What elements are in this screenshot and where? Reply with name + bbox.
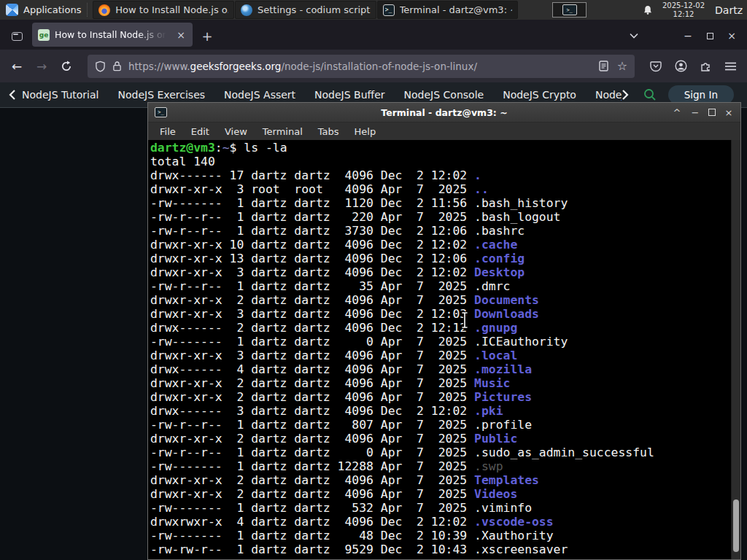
browser-tab-active[interactable]: ge How to Install Node.js on × <box>32 23 193 47</box>
nav-item-nodejs-console[interactable]: NodeJS Console <box>404 89 484 101</box>
terminal-line: drwxr-xr-x 2 dartz dartz 4096 Apr 7 2025… <box>150 487 729 501</box>
top-panel: Applications How to Install Node.js o...… <box>0 0 747 20</box>
firefox-icon <box>98 4 110 16</box>
panel-separator <box>87 3 90 17</box>
terminal-line: drwx------ 17 dartz dartz 4096 Dec 2 12:… <box>150 168 729 182</box>
terminal-line: drwxr-xr-x 13 dartz dartz 4096 Dec 2 12:… <box>150 252 729 265</box>
reader-mode-icon[interactable] <box>599 61 608 71</box>
terminal-line: drwxr-xr-x 3 dartz dartz 4096 Dec 2 12:0… <box>150 265 729 279</box>
nav-item-nodejs-crypto[interactable]: NodeJS Crypto <box>503 89 576 101</box>
terminal-line: drwx------ 4 dartz dartz 4096 Apr 7 2025… <box>150 362 729 376</box>
terminal-close-button[interactable]: × <box>724 108 734 117</box>
terminal-line: -rw-r--r-- 1 dartz dartz 3730 Dec 2 12:0… <box>150 224 729 238</box>
taskbar-item-vscodium[interactable]: Settings - codium script... <box>235 1 376 19</box>
bookmark-star-icon[interactable]: ☆ <box>617 61 627 72</box>
navigation-toolbar: ← → https://www.geeksforgeeks.org/node-j… <box>0 50 747 82</box>
terminal-line: -rw-r--r-- 1 dartz dartz 220 Apr 7 2025 … <box>150 210 729 224</box>
terminal-scrollbar[interactable] <box>731 140 740 559</box>
geeksforgeeks-favicon: ge <box>38 29 50 41</box>
terminal-line: -rw-r--r-- 1 dartz dartz 807 Apr 7 2025 … <box>150 418 729 432</box>
terminal-maximize-button[interactable] <box>708 109 716 116</box>
search-icon[interactable] <box>643 88 657 101</box>
terminal-line: -rw------- 1 dartz dartz 1120 Dec 2 11:5… <box>150 196 729 210</box>
terminal-titlebar[interactable]: >_ Terminal - dartz@vm3: ~ ^ − × <box>148 103 740 122</box>
lock-icon[interactable] <box>112 61 122 71</box>
applications-label: Applications <box>23 4 81 15</box>
terminal-output[interactable]: dartz@vm3:~$ ls -latotal 140drwx------ 1… <box>148 140 740 559</box>
terminal-line: drwxr-xr-x 3 dartz dartz 4096 Apr 7 2025… <box>150 349 729 362</box>
vscodium-icon <box>241 4 252 16</box>
user-menu[interactable]: Dartz <box>715 4 743 16</box>
pocket-icon[interactable] <box>645 55 667 77</box>
terminal-shade-button[interactable]: ^ <box>672 108 682 117</box>
terminal-line: -rw------- 1 dartz dartz 48 Dec 2 10:39 … <box>150 529 729 542</box>
taskbar-label: Terminal - dartz@vm3: ~ <box>400 4 513 15</box>
firefox-view-button[interactable] <box>6 26 28 46</box>
tracking-shield-icon[interactable] <box>95 61 106 72</box>
terminal-line: -rw------- 1 dartz dartz 12288 Apr 7 202… <box>150 459 729 473</box>
terminal-minimize-button[interactable]: − <box>690 108 700 117</box>
clock[interactable]: 2025-12-02 12:12 <box>661 1 706 19</box>
terminal-line: drwxr-xr-x 3 root root 4096 Apr 7 2025 .… <box>150 182 729 196</box>
url-domain: geeksforgeeks.org <box>190 61 282 72</box>
mouse-cursor-ibeam <box>460 311 470 330</box>
window-maximize-button[interactable] <box>699 26 721 45</box>
menu-tabs[interactable]: Tabs <box>311 125 346 139</box>
menu-edit[interactable]: Edit <box>185 125 216 139</box>
notification-bell-icon[interactable] <box>642 4 654 16</box>
nav-item-nodejs-exercises[interactable]: NodeJS Exercises <box>117 89 205 101</box>
window-close-button[interactable]: × <box>721 26 743 45</box>
menu-file[interactable]: File <box>153 125 182 139</box>
nav-item-nodejs-dns[interactable]: NodeJS DNS <box>595 89 622 101</box>
back-button[interactable]: ← <box>6 55 28 77</box>
account-icon[interactable] <box>670 55 692 77</box>
new-tab-button[interactable]: + <box>197 26 217 46</box>
nav-item-nodejs-tutorial[interactable]: NodeJS Tutorial <box>22 89 98 101</box>
terminal-line: drwxr-xr-x 2 dartz dartz 4096 Apr 7 2025… <box>150 390 729 404</box>
nav-scroll-left-icon[interactable] <box>9 89 16 101</box>
workspace-switcher[interactable]: >_ <box>552 2 587 18</box>
site-nav-items: NodeJS Tutorial NodeJS Exercises NodeJS … <box>22 89 622 101</box>
terminal-title: Terminal - dartz@vm3: ~ <box>148 107 740 118</box>
reload-button[interactable] <box>55 55 77 77</box>
menu-help[interactable]: Help <box>348 125 383 139</box>
maximize-icon <box>707 33 713 39</box>
clock-time: 12:12 <box>661 10 706 19</box>
nav-scroll-right-icon[interactable] <box>622 89 629 101</box>
terminal-line: -rw-r--r-- 1 dartz dartz 0 Apr 7 2025 .s… <box>150 446 729 459</box>
taskbar-item-terminal[interactable]: >_ Terminal - dartz@vm3: ~ <box>377 1 519 19</box>
nav-item-nodejs-assert[interactable]: NodeJS Assert <box>224 89 295 101</box>
terminal-scrollbar-thumb[interactable] <box>733 499 739 552</box>
terminal-window: >_ Terminal - dartz@vm3: ~ ^ − × File Ed… <box>147 102 741 560</box>
applications-menu[interactable]: Applications <box>0 0 87 20</box>
taskbar-label: How to Install Node.js o... <box>115 4 228 15</box>
terminal-line: drwxr-xr-x 10 dartz dartz 4096 Dec 2 12:… <box>150 238 729 252</box>
firefox-view-icon <box>12 32 23 41</box>
app-menu-hamburger-icon[interactable] <box>719 55 741 77</box>
terminal-line: drwxr-xr-x 3 dartz dartz 4096 Dec 2 12:0… <box>150 307 729 321</box>
taskbar-item-firefox[interactable]: How to Install Node.js o... <box>93 1 234 19</box>
nav-item-nodejs-buffer[interactable]: NodeJS Buffer <box>314 89 385 101</box>
list-all-tabs-button[interactable] <box>623 26 645 45</box>
tab-close-icon[interactable]: × <box>175 28 187 42</box>
terminal-line: total 140 <box>150 155 729 168</box>
terminal-line: drwx------ 2 dartz dartz 4096 Dec 2 12:1… <box>150 321 729 335</box>
menu-terminal[interactable]: Terminal <box>256 125 309 139</box>
window-minimize-button[interactable]: − <box>677 26 699 45</box>
extensions-puzzle-icon[interactable] <box>694 55 716 77</box>
clock-date: 2025-12-02 <box>661 1 706 10</box>
terminal-line: -rw-rw-r-- 1 dartz dartz 9529 Dec 2 10:4… <box>150 542 729 556</box>
terminal-window-controls: ^ − × <box>672 108 734 117</box>
url-scheme: https://www. <box>128 61 190 72</box>
menu-view[interactable]: View <box>218 125 254 139</box>
taskbar-label: Settings - codium script... <box>258 4 371 15</box>
terminal-line: -rw-r--r-- 1 dartz dartz 35 Apr 7 2025 .… <box>150 279 729 293</box>
terminal-line: -rw------- 1 dartz dartz 0 Apr 7 2025 .I… <box>150 335 729 349</box>
url-bar[interactable]: https://www.geeksforgeeks.org/node-js/in… <box>88 55 635 78</box>
terminal-icon: >_ <box>383 4 395 16</box>
url-text: https://www.geeksforgeeks.org/node-js/in… <box>128 61 592 72</box>
applications-icon <box>6 4 18 16</box>
terminal-menubar: File Edit View Terminal Tabs Help <box>148 122 740 140</box>
forward-button[interactable]: → <box>31 55 53 77</box>
tab-title: How to Install Node.js on <box>55 29 170 40</box>
